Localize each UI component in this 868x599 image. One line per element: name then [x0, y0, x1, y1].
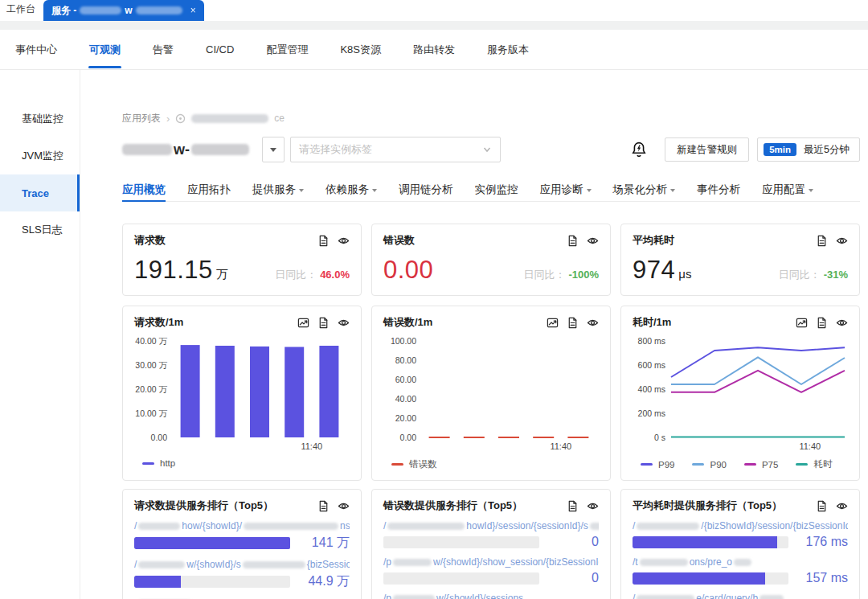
subtab-2[interactable]: 应用拓扑	[187, 178, 231, 201]
endpoint-path-link[interactable]: /e/card/query/b	[633, 593, 848, 599]
tab-service-label: 服务 -	[51, 4, 76, 18]
eye-icon[interactable]	[338, 317, 350, 329]
sidebar-item-2[interactable]: JVM监控	[0, 137, 80, 174]
document-icon[interactable]	[567, 317, 579, 329]
breadcrumb-leaf: ce	[274, 113, 285, 124]
eye-icon[interactable]	[587, 317, 599, 329]
app-icon	[175, 113, 186, 124]
nav-tab-3[interactable]: 告警	[152, 41, 174, 59]
legend-item[interactable]: 耗时	[796, 458, 832, 470]
legend-item[interactable]: P90	[692, 458, 726, 470]
new-alert-rule-button[interactable]: 新建告警规则	[665, 137, 749, 162]
document-icon[interactable]	[816, 235, 828, 247]
endpoint-path-link[interactable]: /pw/{showId}/show_session/{bizSessionId}…	[383, 556, 599, 568]
instance-select-placeholder: 请选择实例标签	[299, 142, 372, 157]
subtab-7[interactable]: 应用诊断	[540, 178, 592, 201]
stat-compare-value: -31%	[824, 269, 848, 281]
document-icon[interactable]	[317, 317, 330, 329]
chevron-down-icon	[587, 189, 592, 192]
stat-unit: 万	[216, 267, 228, 282]
time-range-selector[interactable]: 5min 最近5分钟	[757, 137, 860, 162]
eye-icon[interactable]	[587, 500, 599, 512]
chevron-down-icon	[670, 189, 675, 192]
nav-tab-6[interactable]: K8S资源	[339, 41, 382, 59]
ranking-bar-line: 0	[383, 535, 599, 549]
eye-icon[interactable]	[587, 235, 599, 247]
subtab-5[interactable]: 调用链分析	[399, 178, 453, 201]
endpoint-path-link[interactable]: /how/{showId}/ns	[134, 520, 350, 532]
svg-text:80.00: 80.00	[395, 355, 416, 365]
card-icons	[567, 500, 599, 512]
svg-text:11:40: 11:40	[799, 441, 821, 451]
legend-item[interactable]: http	[142, 458, 175, 468]
breadcrumb-app-list[interactable]: 应用列表	[122, 112, 161, 125]
card-icons	[317, 235, 350, 247]
legend-marker	[692, 463, 704, 466]
sidebar-item-1[interactable]: 基础监控	[0, 101, 80, 137]
chart-card-3: 耗时/1m800 ms600 ms400 ms200 ms0 s11:40P99…	[620, 306, 860, 481]
trend-icon[interactable]	[547, 317, 559, 329]
subtab-8[interactable]: 场景化分析	[613, 178, 676, 201]
instance-label-select[interactable]: 请选择实例标签	[290, 137, 501, 162]
nav-tab-8[interactable]: 服务版本	[486, 41, 530, 59]
redacted-app-title	[122, 144, 172, 155]
ranking-bar-line: 44.9 万	[134, 573, 350, 590]
bell-alert-icon[interactable]	[631, 141, 647, 158]
document-icon[interactable]	[816, 317, 828, 329]
eye-icon[interactable]	[338, 500, 350, 512]
module-nav: 事件中心可观测告警CI/CD配置管理K8S资源路由转发服务版本	[0, 30, 868, 70]
ranking-bar-fill	[633, 572, 765, 585]
nav-tab-5[interactable]: 配置管理	[265, 41, 309, 59]
endpoint-path-link[interactable]: /pw/{showId}/sessions	[383, 593, 599, 599]
legend-item[interactable]: 错误数	[391, 458, 437, 470]
document-icon[interactable]	[317, 235, 330, 247]
trend-icon[interactable]	[297, 317, 309, 329]
subtab-9[interactable]: 事件分析	[697, 178, 740, 201]
document-icon[interactable]	[816, 500, 828, 512]
chart-plot: 100.0080.0060.0040.0020.000.0011:40	[383, 334, 599, 455]
legend-item[interactable]: P75	[744, 458, 778, 470]
document-icon[interactable]	[317, 500, 330, 512]
tab-workbench[interactable]: 工作台	[0, 2, 43, 21]
document-icon[interactable]	[567, 500, 579, 512]
redacted-path-segment	[393, 559, 432, 566]
endpoint-path-link[interactable]: /tons/pre_o	[633, 556, 848, 568]
sidebar-item-4[interactable]: SLS日志	[0, 211, 80, 248]
sidebar-item-3[interactable]: Trace	[0, 174, 80, 211]
ranking-bar-line: 176 ms	[633, 535, 848, 549]
eye-icon[interactable]	[836, 235, 848, 247]
subtab-6[interactable]: 实例监控	[475, 178, 518, 201]
redacted-path-segment	[244, 523, 338, 530]
path-text: howId}/session/{sessionId}/s	[466, 520, 588, 531]
subtab-10[interactable]: 应用配置	[762, 178, 813, 201]
redacted-path-segment	[640, 559, 688, 566]
path-text: /	[633, 593, 635, 599]
eye-icon[interactable]	[338, 235, 350, 247]
app-switcher-button[interactable]	[262, 137, 285, 162]
breadcrumb-separator-icon: ›	[166, 113, 170, 125]
chevron-down-icon	[299, 189, 304, 192]
eye-icon[interactable]	[836, 500, 848, 512]
nav-tab-4[interactable]: CI/CD	[205, 42, 235, 57]
tab-service[interactable]: 服务 - w ×	[43, 0, 204, 21]
trend-icon[interactable]	[796, 317, 808, 329]
svg-text:20.00: 20.00	[395, 413, 416, 423]
endpoint-path-link[interactable]: //{bizShowId}/session/{bizSessionId}/se.…	[633, 520, 848, 532]
subtab-4[interactable]: 依赖服务	[326, 178, 377, 201]
subtab-1[interactable]: 应用概览	[122, 178, 166, 201]
path-text: /	[134, 520, 137, 531]
subtab-3[interactable]: 提供服务	[252, 178, 304, 201]
endpoint-path-link[interactable]: /howId}/session/{sessionId}/sians	[383, 520, 599, 532]
nav-tab-2[interactable]: 可观测	[88, 41, 121, 59]
legend-marker	[142, 462, 154, 465]
document-icon[interactable]	[567, 235, 579, 247]
eye-icon[interactable]	[836, 317, 848, 329]
stat-value: 0.00	[383, 256, 433, 285]
path-text: /p	[383, 556, 391, 568]
path-text: w/{showId}/s	[186, 559, 240, 570]
close-icon[interactable]: ×	[186, 5, 196, 16]
nav-tab-1[interactable]: 事件中心	[14, 41, 58, 59]
legend-item[interactable]: P99	[641, 458, 674, 470]
nav-tab-7[interactable]: 路由转发	[412, 41, 456, 59]
endpoint-path-link[interactable]: /w/{showId}/s{bizSessionId}/seat_p..	[134, 559, 350, 571]
